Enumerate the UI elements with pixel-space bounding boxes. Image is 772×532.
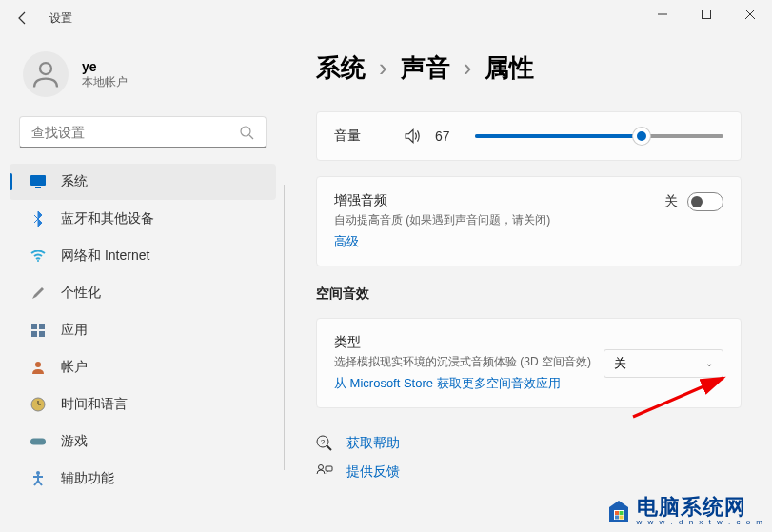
help-icon: ?	[316, 435, 333, 452]
nav-label: 蓝牙和其他设备	[61, 210, 154, 227]
user-name: ye	[82, 59, 128, 74]
volume-slider[interactable]	[475, 134, 723, 138]
volume-label: 音量	[334, 128, 391, 145]
nav-label: 应用	[61, 322, 88, 339]
sidebar-item-gaming[interactable]: 游戏	[10, 424, 276, 460]
sidebar-item-network[interactable]: 网络和 Internet	[10, 238, 276, 274]
search-input[interactable]	[31, 125, 239, 140]
toggle-state-label: 关	[664, 193, 678, 210]
main-content: 系统 › 声音 › 属性 音量 67 增强音频 自动提高音质	[286, 36, 772, 532]
breadcrumb-sound[interactable]: 声音	[401, 51, 450, 85]
slider-thumb[interactable]	[633, 128, 650, 145]
sidebar-item-bluetooth[interactable]: 蓝牙和其他设备	[10, 201, 276, 237]
paintbrush-icon	[30, 286, 46, 301]
svg-point-23	[319, 465, 324, 470]
svg-line-21	[327, 445, 331, 450]
search-box[interactable]	[19, 116, 267, 148]
advanced-link[interactable]: 高级	[334, 234, 359, 248]
svg-rect-28	[619, 511, 623, 515]
svg-rect-7	[30, 175, 46, 186]
svg-line-6	[249, 135, 253, 139]
svg-point-14	[35, 362, 41, 367]
watermark-url: w w w . d n x t w . c o m	[637, 518, 764, 526]
select-value: 关	[614, 355, 626, 372]
nav-label: 游戏	[61, 433, 88, 450]
enhance-subtitle: 自动提高音质 (如果遇到声音问题，请关闭)	[334, 212, 550, 228]
svg-rect-18	[30, 438, 46, 444]
svg-rect-30	[619, 515, 623, 519]
svg-point-5	[241, 127, 250, 136]
apps-icon	[30, 323, 46, 338]
nav-label: 网络和 Internet	[61, 247, 149, 265]
breadcrumb-system[interactable]: 系统	[316, 51, 366, 85]
chevron-right-icon: ›	[379, 53, 387, 83]
watermark-logo-icon	[605, 499, 632, 525]
store-link[interactable]: 从 Microsoft Store 获取更多空间音效应用	[334, 376, 561, 390]
sidebar-item-accounts[interactable]: 帐户	[10, 349, 276, 385]
arrow-left-icon	[15, 10, 30, 26]
chevron-down-icon: ⌄	[705, 358, 713, 368]
svg-rect-11	[39, 324, 45, 329]
accounts-icon	[30, 360, 46, 375]
system-icon	[30, 174, 46, 189]
user-block[interactable]: ye 本地帐户	[4, 44, 282, 116]
spatial-type-select[interactable]: 关 ⌄	[604, 349, 723, 378]
nav-label: 时间和语言	[61, 396, 128, 413]
nav-label: 辅助功能	[61, 470, 114, 487]
wifi-icon	[30, 248, 46, 264]
sidebar-item-system[interactable]: 系统	[10, 164, 276, 200]
svg-rect-27	[615, 511, 619, 515]
sidebar: ye 本地帐户 系统 蓝牙和其他设备 网络和 Internet	[0, 36, 286, 532]
search-icon	[239, 125, 254, 140]
minimize-icon	[658, 10, 667, 19]
user-subtitle: 本地帐户	[82, 74, 128, 90]
sidebar-item-personalize[interactable]: 个性化	[10, 275, 276, 311]
svg-point-9	[37, 260, 39, 262]
close-button[interactable]	[728, 0, 772, 29]
spatial-type-label: 类型	[334, 334, 591, 351]
feedback-link[interactable]: 提供反馈	[316, 458, 742, 486]
svg-point-4	[40, 63, 51, 74]
svg-point-19	[36, 471, 40, 475]
spatial-type-sub: 选择模拟现实环境的沉浸式音频体验 (3D 空间音效)	[334, 354, 591, 370]
svg-text:?: ?	[321, 438, 326, 446]
help-text: 获取帮助	[346, 435, 400, 452]
sidebar-item-accessibility[interactable]: 辅助功能	[10, 461, 276, 497]
gaming-icon	[30, 434, 46, 449]
speaker-icon[interactable]	[405, 128, 422, 145]
maximize-button[interactable]	[684, 0, 728, 29]
svg-rect-29	[615, 515, 619, 519]
back-button[interactable]	[8, 3, 38, 33]
svg-rect-13	[39, 331, 45, 337]
accessibility-icon	[30, 471, 46, 486]
sidebar-item-apps[interactable]: 应用	[10, 312, 276, 348]
feedback-text: 提供反馈	[346, 463, 400, 481]
nav-label: 个性化	[61, 285, 101, 302]
volume-value: 67	[435, 128, 462, 144]
enhance-title: 增强音频	[334, 192, 550, 209]
spatial-card: 类型 选择模拟现实环境的沉浸式音频体验 (3D 空间音效) 从 Microsof…	[316, 318, 742, 408]
nav-label: 系统	[61, 173, 88, 190]
feedback-icon	[316, 463, 333, 481]
enhance-toggle[interactable]	[687, 192, 723, 211]
svg-rect-24	[326, 466, 332, 471]
svg-rect-8	[35, 187, 41, 188]
clock-icon	[30, 397, 46, 412]
minimize-button[interactable]	[641, 0, 684, 29]
watermark: 电脑系统网 w w w . d n x t w . c o m	[605, 497, 764, 526]
bluetooth-icon	[30, 211, 46, 227]
volume-card: 音量 67	[316, 111, 742, 161]
app-title: 设置	[49, 10, 72, 27]
spatial-heading: 空间音效	[316, 286, 742, 303]
breadcrumb-properties: 属性	[485, 51, 534, 85]
avatar	[23, 51, 69, 97]
watermark-text: 电脑系统网	[637, 497, 764, 518]
nav-list: 系统 蓝牙和其他设备 网络和 Internet 个性化 应用 帐户	[4, 164, 282, 497]
nav-label: 帐户	[61, 359, 88, 376]
breadcrumb: 系统 › 声音 › 属性	[316, 51, 742, 96]
sidebar-item-time[interactable]: 时间和语言	[10, 386, 276, 423]
person-icon	[29, 57, 63, 91]
divider	[284, 185, 285, 470]
svg-rect-12	[31, 331, 37, 337]
get-help-link[interactable]: ? 获取帮助	[316, 429, 742, 458]
